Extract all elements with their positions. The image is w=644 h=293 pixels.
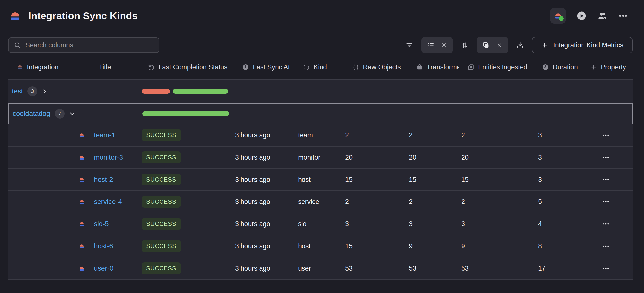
row-actions-cell	[579, 213, 633, 235]
column-header-last_sync_at[interactable]: Last Sync At	[235, 57, 298, 77]
rotate-ccw-icon	[148, 64, 155, 70]
row-title-cell: host-6	[89, 235, 142, 257]
row-actions-icon[interactable]	[600, 218, 612, 230]
row-actions-cell	[579, 191, 633, 213]
column-header-label: Property	[601, 63, 626, 71]
row-entities-ingested-cell: 15	[459, 169, 536, 190]
row-title-link[interactable]: host-2	[94, 176, 113, 184]
table-row-host-6: host-6SUCCESS3 hours agohost15998	[8, 235, 633, 258]
search-box[interactable]	[8, 37, 159, 53]
row-kind-cell: monitor	[298, 146, 343, 168]
row-status-cell: SUCCESS	[142, 213, 235, 235]
row-title-cell: host-2	[89, 169, 142, 190]
row-entities-ingested-cell: 20	[459, 146, 536, 168]
users-icon[interactable]	[597, 10, 608, 21]
clock-icon	[242, 64, 249, 70]
row-title-link[interactable]: service-4	[94, 198, 122, 206]
column-header-label: Last Completion Status	[158, 63, 228, 71]
download-icon[interactable]	[516, 41, 524, 49]
filter-lines-icon[interactable]	[406, 41, 413, 49]
column-header-raw_objects[interactable]: Raw Objects	[343, 57, 407, 77]
clear-icon[interactable]	[496, 42, 502, 48]
entities-ingested-value: 3	[461, 220, 465, 228]
play-icon[interactable]	[576, 10, 587, 21]
row-title-link[interactable]: monitor-3	[94, 153, 123, 161]
row-actions-icon[interactable]	[600, 129, 612, 141]
kind-value: user	[298, 265, 311, 272]
column-header-transformed[interactable]: Transforme	[407, 57, 459, 77]
column-header-integration[interactable]: Integration	[8, 57, 89, 77]
chevron-down-icon[interactable]	[69, 111, 75, 117]
column-header-add_property[interactable]: Property	[579, 57, 633, 77]
row-integration-cell	[8, 235, 89, 257]
column-header-kind[interactable]: Kind	[298, 57, 343, 77]
transformed-value: 2	[409, 198, 412, 206]
duration-value: 3	[538, 176, 542, 184]
group-count-badge: 7	[55, 109, 65, 119]
more-icon[interactable]	[618, 10, 628, 21]
table-toolbar: Integration Kind Metrics	[8, 37, 633, 53]
row-status-cell: SUCCESS	[142, 146, 235, 168]
row-transformed-cell: 2	[407, 191, 459, 213]
last-sync-at-value: 3 hours ago	[235, 198, 270, 206]
transformed-value: 15	[409, 176, 416, 184]
row-actions-icon[interactable]	[600, 240, 612, 252]
last-sync-at-value: 3 hours ago	[235, 131, 270, 139]
column-header-title[interactable]: Title	[89, 57, 142, 77]
sort-arrows-icon[interactable]	[461, 41, 469, 49]
titlebar-actions	[550, 8, 628, 24]
entities-ingested-value: 2	[461, 131, 465, 139]
row-kind-cell: service	[298, 191, 343, 213]
row-title-cell: team-1	[89, 124, 142, 146]
row-last-sync-at-cell: 3 hours ago	[235, 169, 298, 190]
row-raw-objects-cell: 53	[343, 258, 407, 279]
group-row-cooldatadog: cooldatadog7	[8, 103, 633, 124]
column-header-entities_ingested[interactable]: Entities Ingested	[459, 57, 536, 77]
group-link[interactable]: test	[12, 87, 23, 95]
row-duration-cell: 4	[536, 213, 579, 235]
raw-objects-value: 20	[345, 154, 352, 161]
status-bars	[142, 111, 229, 116]
search-input[interactable]	[25, 41, 154, 49]
row-last-sync-at-cell: 3 hours ago	[235, 191, 298, 213]
transformed-value: 3	[409, 220, 412, 228]
app-logo-button[interactable]	[550, 8, 566, 24]
raw-objects-value: 2	[345, 198, 349, 206]
group-link[interactable]: cooldatadog	[12, 110, 50, 118]
raw-objects-value: 3	[345, 220, 349, 228]
column-header-duration[interactable]: Duration	[536, 57, 579, 77]
integration-logo-icon	[8, 9, 22, 22]
column-divider	[578, 58, 579, 279]
clear-icon[interactable]	[441, 42, 447, 48]
ingest-icon	[468, 64, 474, 70]
status-badge: SUCCESS	[142, 196, 181, 208]
kind-value: slo	[298, 220, 307, 228]
row-kind-cell: host	[298, 169, 343, 190]
group-by-toggle[interactable]	[476, 37, 508, 53]
row-last-sync-at-cell: 3 hours ago	[235, 213, 298, 235]
row-title-cell: service-4	[89, 191, 142, 213]
column-list-toggle[interactable]	[421, 37, 453, 53]
duration-value: 4	[538, 220, 542, 228]
column-header-label: Entities Ingested	[478, 63, 528, 71]
group-row-test: test3	[8, 80, 633, 103]
row-actions-icon[interactable]	[600, 196, 612, 208]
row-title-link[interactable]: user-0	[94, 264, 113, 272]
row-title-link[interactable]: host-6	[94, 242, 113, 250]
row-title-link[interactable]: slo-5	[94, 220, 109, 228]
row-actions-icon[interactable]	[600, 151, 612, 164]
plus-icon	[590, 64, 597, 70]
kind-value: host	[298, 243, 311, 250]
row-title-link[interactable]: team-1	[94, 131, 115, 139]
row-status-cell: SUCCESS	[142, 235, 235, 257]
kind-value: monitor	[298, 154, 320, 161]
chevron-right-icon[interactable]	[42, 88, 48, 94]
column-header-last_completion_status[interactable]: Last Completion Status	[142, 57, 235, 77]
row-status-cell: SUCCESS	[142, 124, 235, 146]
integration-kind-metrics-button[interactable]: Integration Kind Metrics	[532, 37, 633, 53]
row-actions-icon[interactable]	[600, 262, 612, 275]
row-actions-icon[interactable]	[600, 173, 612, 186]
row-duration-cell: 3	[536, 124, 579, 146]
row-entities-ingested-cell: 53	[459, 258, 536, 279]
row-title-cell: user-0	[89, 258, 142, 279]
